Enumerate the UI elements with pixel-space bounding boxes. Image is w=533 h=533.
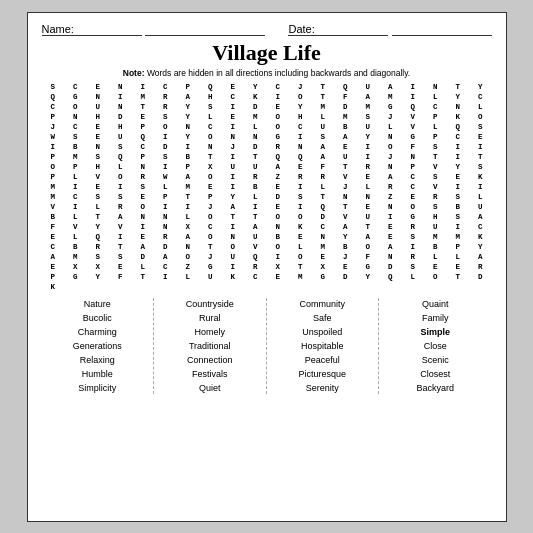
grid-cell: Q xyxy=(379,272,402,282)
grid-cell: N xyxy=(424,82,447,92)
grid-cell: F xyxy=(357,252,380,262)
grid-cell: K xyxy=(447,112,470,122)
word-item: Generations xyxy=(42,340,154,352)
grid-cell: P xyxy=(447,242,470,252)
grid-cell: O xyxy=(469,112,492,122)
grid-cell: R xyxy=(379,182,402,192)
grid-cell: E xyxy=(469,132,492,142)
page-title: Village Life xyxy=(42,40,492,66)
grid-cell: Y xyxy=(222,192,245,202)
grid-cell: J xyxy=(42,122,65,132)
word-item: Quiet xyxy=(154,382,266,394)
grid-cell: C xyxy=(199,122,222,132)
grid-cell: L xyxy=(244,192,267,202)
grid-cell: G xyxy=(64,272,87,282)
grid-cell: A xyxy=(334,222,357,232)
grid-cell: I xyxy=(64,182,87,192)
grid-cell: R xyxy=(87,242,110,252)
grid-cell: C xyxy=(199,222,222,232)
grid-cell: U xyxy=(469,202,492,212)
grid-cell: E xyxy=(334,262,357,272)
grid-cell: S xyxy=(42,82,65,92)
grid-cell: T xyxy=(312,82,335,92)
grid-cell: E xyxy=(222,112,245,122)
grid-cell: A xyxy=(357,92,380,102)
grid-cell: B xyxy=(42,212,65,222)
grid-cell: S xyxy=(469,162,492,172)
grid-cell: U xyxy=(357,82,380,92)
grid-cell: U xyxy=(334,152,357,162)
grid-cell: E xyxy=(267,202,290,212)
grid-cell: S xyxy=(312,132,335,142)
date-field: Date: xyxy=(288,23,491,36)
grid-cell: D xyxy=(334,102,357,112)
grid-cell: K xyxy=(42,282,65,292)
grid-cell: B xyxy=(244,182,267,192)
grid-cell: I xyxy=(109,92,132,102)
grid-cell: Y xyxy=(177,132,200,142)
grid-cell: E xyxy=(199,182,222,192)
grid-cell: I xyxy=(402,82,425,92)
grid-cell: C xyxy=(447,132,470,142)
grid-cell: R xyxy=(402,252,425,262)
grid-cell: O xyxy=(267,242,290,252)
grid-cell: P xyxy=(42,152,65,162)
grid-cell: N xyxy=(447,102,470,112)
grid-cell: X xyxy=(267,262,290,272)
grid-cell: T xyxy=(199,152,222,162)
grid-cell: Y xyxy=(357,132,380,142)
grid-cell: S xyxy=(154,112,177,122)
grid-cell: C xyxy=(222,92,245,102)
word-item: Connection xyxy=(154,354,266,366)
word-item: Peaceful xyxy=(267,354,379,366)
grid-cell: U xyxy=(222,162,245,172)
word-item: Community xyxy=(267,298,379,310)
grid-cell: T xyxy=(87,212,110,222)
grid-cell: R xyxy=(154,232,177,242)
grid-cell: F xyxy=(42,222,65,232)
grid-cell: X xyxy=(312,262,335,272)
grid-cell: E xyxy=(357,172,380,182)
grid-cell: O xyxy=(132,202,155,212)
grid-cell: P xyxy=(42,112,65,122)
grid-cell: I xyxy=(447,182,470,192)
grid-cell: D xyxy=(244,102,267,112)
grid-cell: C xyxy=(244,272,267,282)
grid-cell: Q xyxy=(334,82,357,92)
grid-cell: S xyxy=(132,182,155,192)
grid-cell: I xyxy=(402,92,425,102)
grid-cell: U xyxy=(87,102,110,112)
grid-cell: A xyxy=(469,212,492,222)
grid-cell: D xyxy=(154,242,177,252)
grid-cell: L xyxy=(154,182,177,192)
word-item: Hospitable xyxy=(267,340,379,352)
grid-cell: C xyxy=(469,92,492,102)
grid-cell: L xyxy=(379,122,402,132)
grid-cell: V xyxy=(42,202,65,212)
word-item: Bucolic xyxy=(42,312,154,324)
word-item: Nature xyxy=(42,298,154,310)
grid-cell: U xyxy=(244,232,267,242)
grid-cell: E xyxy=(42,232,65,242)
grid-cell: L xyxy=(312,182,335,192)
grid-cell: N xyxy=(87,142,110,152)
grid-cell: L xyxy=(469,192,492,202)
grid-cell: I xyxy=(42,142,65,152)
grid-cell: N xyxy=(199,142,222,152)
grid-cell: P xyxy=(42,272,65,282)
grid-cell: V xyxy=(402,112,425,122)
grid-cell: P xyxy=(64,162,87,172)
grid-cell: L xyxy=(469,102,492,112)
grid-cell: S xyxy=(402,262,425,272)
grid-cell: G xyxy=(199,262,222,272)
grid-cell: A xyxy=(379,82,402,92)
grid-cell: E xyxy=(132,232,155,242)
grid-cell: N xyxy=(379,162,402,172)
grid-cell: O xyxy=(109,172,132,182)
grid-cell: N xyxy=(379,132,402,142)
grid-cell: I xyxy=(267,252,290,262)
grid-cell: U xyxy=(109,132,132,142)
grid-cell: N xyxy=(312,232,335,242)
grid-cell: C xyxy=(267,82,290,92)
grid-cell: B xyxy=(64,242,87,252)
